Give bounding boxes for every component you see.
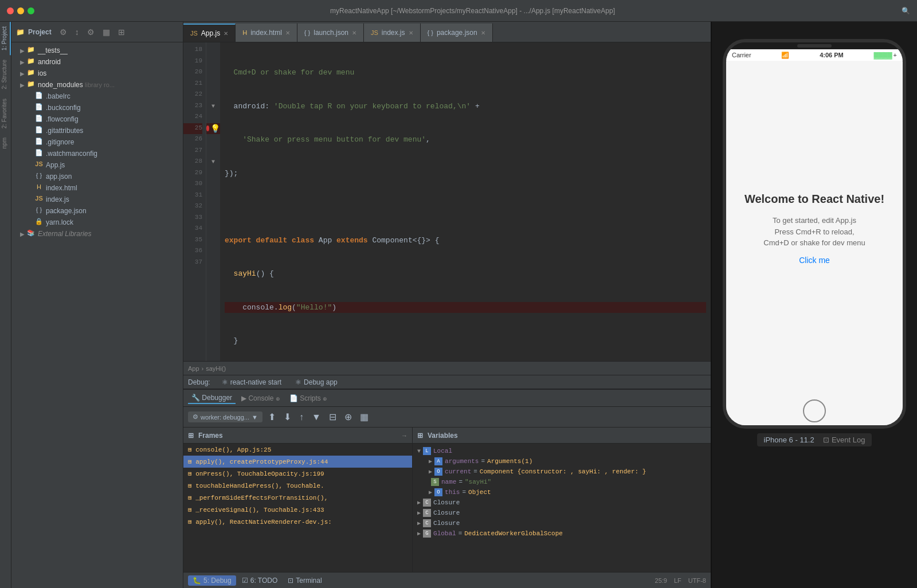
tree-label: package.json bbox=[46, 207, 87, 215]
step-over-btn[interactable]: ⬆ bbox=[266, 409, 278, 425]
home-button[interactable] bbox=[803, 399, 826, 422]
window-controls[interactable] bbox=[7, 7, 34, 14]
frame-item[interactable]: ⊞ console(), App.js:25 bbox=[183, 444, 412, 456]
tab-close-appjs[interactable]: ✕ bbox=[224, 30, 228, 37]
npm-panel-toggle[interactable]: npm bbox=[0, 133, 11, 153]
line-ending: LF bbox=[674, 577, 681, 584]
tree-item-android[interactable]: ▶ 📁 android bbox=[11, 56, 183, 68]
console-tab[interactable]: ▶ Console ⊕ bbox=[238, 393, 284, 403]
var-closure-3[interactable]: ▶ C Closure bbox=[413, 518, 711, 528]
tree-item-node-modules[interactable]: ▶ 📁 node_modules library ro... bbox=[11, 79, 183, 91]
breakpoint-marker[interactable] bbox=[206, 126, 209, 131]
var-item-name[interactable]: S name = "sayHi" bbox=[413, 477, 711, 487]
var-item-current[interactable]: ▶ O current = Component {constructor: , … bbox=[413, 467, 711, 477]
tree-item-appjson[interactable]: { } app.json bbox=[11, 171, 183, 182]
step-out-btn[interactable]: ↑ bbox=[297, 410, 306, 425]
tab-close-indexhtml[interactable]: ✕ bbox=[285, 30, 290, 36]
debugger-tab[interactable]: 🔧 Debugger bbox=[188, 393, 236, 404]
tree-label: App.js bbox=[46, 161, 65, 169]
phone-content: Welcome to React Native! To get started,… bbox=[726, 61, 903, 397]
tree-item-indexjs[interactable]: JS index.js bbox=[11, 194, 183, 205]
favorites-panel-toggle[interactable]: 2: Favorites bbox=[0, 94, 11, 133]
close-button[interactable] bbox=[7, 7, 14, 14]
var-icon-obj: O bbox=[434, 468, 442, 476]
frame-item[interactable]: ⊞ touchableHandlePress(), Touchable. bbox=[183, 480, 412, 492]
debug-panel: 🔧 Debugger ▶ Console ⊕ 📄 Scripts ⊕ ⚙ bbox=[183, 389, 711, 572]
phone-screen: Carrier 📶 4:06 PM ▓▓▓▓ + Welcome to Reac… bbox=[726, 49, 903, 425]
evaluate-btn[interactable]: ▦ bbox=[358, 409, 371, 425]
phone-subtitle-1: To get started, edit App.js bbox=[773, 215, 856, 226]
phone-link[interactable]: Click me bbox=[799, 256, 830, 265]
fold-marker[interactable]: ▼ bbox=[211, 103, 215, 109]
phone-app-title: Welcome to React Native! bbox=[744, 193, 884, 206]
tree-item-appjs[interactable]: JS App.js bbox=[11, 159, 183, 171]
frame-item[interactable]: ⊞ onPress(), TouchableOpacity.js:199 bbox=[183, 468, 412, 480]
tree-item-yarnlock[interactable]: 🔒 yarn.lock bbox=[11, 217, 183, 228]
tree-item-indexhtml[interactable]: H index.html bbox=[11, 182, 183, 194]
tree-item-external-libs[interactable]: ▶ 📚 External Libraries bbox=[11, 228, 183, 240]
tab-indexjs[interactable]: JS index.js ✕ bbox=[364, 23, 421, 42]
scripts-tab[interactable]: 📄 Scripts ⊕ bbox=[286, 393, 331, 403]
tab-close-indexjs[interactable]: ✕ bbox=[409, 30, 413, 36]
frame-item[interactable]: ⊞ _performSideEffectsForTransition(), bbox=[183, 492, 412, 504]
frame-item[interactable]: ⊞ _receiveSignal(), Touchable.js:433 bbox=[183, 504, 412, 516]
worker-selector[interactable]: ⚙ worker: debugg... ▼ bbox=[188, 411, 262, 422]
terminal-tab-btn[interactable]: ⊡ Terminal bbox=[283, 575, 326, 586]
tab-close-packagejson[interactable]: ✕ bbox=[481, 30, 485, 36]
breadcrumb: App › sayHi() bbox=[183, 361, 711, 375]
var-item-this[interactable]: ▶ O this = Object bbox=[413, 487, 711, 497]
tree-item-packagejson[interactable]: { } package.json bbox=[11, 205, 183, 217]
gear-icon[interactable]: ⚙ bbox=[85, 26, 97, 38]
add-breakpoint-btn[interactable]: ⊕ bbox=[342, 409, 354, 425]
tab-close-launchjson[interactable]: ✕ bbox=[352, 30, 356, 36]
debug-app-btn[interactable]: ⚛ Debug app bbox=[291, 377, 342, 387]
var-closure-1[interactable]: ▶ C Closure bbox=[413, 497, 711, 508]
frame-item[interactable]: ⊞ apply(), ReactNativeRenderer-dev.js: bbox=[183, 516, 412, 528]
var-icon-this: O bbox=[434, 488, 442, 496]
structure-panel-toggle[interactable]: 2: Structure bbox=[0, 55, 11, 94]
tab-appjs[interactable]: JS App.js ✕ bbox=[183, 23, 236, 42]
var-global[interactable]: ▶ G Global = DedicatedWorkerGlobalScope bbox=[413, 528, 711, 539]
tab-packagejson[interactable]: { } package.json ✕ bbox=[421, 23, 493, 42]
tree-label: .watchmanconfig bbox=[46, 150, 97, 158]
tree-item-gitignore[interactable]: 📄 .gitignore bbox=[11, 136, 183, 148]
tree-label: app.json bbox=[46, 173, 72, 181]
tree-item-ios[interactable]: ▶ 📁 ios bbox=[11, 68, 183, 79]
bottom-tabs-bar: 🐛 5: Debug ☑ 6: TODO ⊡ Terminal 25:9 LF … bbox=[183, 572, 711, 588]
var-item-arguments[interactable]: ▶ A arguments = Arguments(1) bbox=[413, 456, 711, 467]
expand-icon[interactable]: ⊞ bbox=[116, 26, 127, 38]
tab-icon-js: JS bbox=[190, 30, 198, 37]
tree-item-tests[interactable]: ▶ 📁 __tests__ bbox=[11, 45, 183, 56]
todo-tab-label: 6: TODO bbox=[250, 577, 278, 585]
fold-marker[interactable]: ▼ bbox=[211, 159, 215, 165]
step-into-btn[interactable]: ⬇ bbox=[281, 409, 293, 425]
settings-icon[interactable]: ⚙ bbox=[57, 26, 69, 38]
frame-item-selected[interactable]: ⊞ apply(), createPrototypeProxy.js:44 bbox=[183, 456, 412, 468]
react-native-start-process[interactable]: ⚛ react-native start bbox=[217, 377, 286, 387]
filter-icon[interactable]: ⊟ bbox=[327, 409, 339, 425]
resume-btn[interactable]: ▼ bbox=[309, 410, 323, 425]
tab-indexhtml[interactable]: H index.html ✕ bbox=[236, 23, 297, 42]
search-icon[interactable]: 🔍 bbox=[902, 7, 910, 15]
var-local-header[interactable]: ▼ L Local bbox=[413, 446, 711, 456]
tree-label: .gitattributes bbox=[46, 127, 83, 135]
tree-item-babelrc[interactable]: 📄 .babelrc bbox=[11, 91, 183, 102]
worker-dropdown-icon: ▼ bbox=[252, 414, 258, 421]
tab-bar: JS App.js ✕ H index.html ✕ { } launch.js… bbox=[183, 22, 711, 42]
minimize-button[interactable] bbox=[17, 7, 24, 14]
tab-launchjson[interactable]: { } launch.json ✕ bbox=[297, 23, 364, 42]
sort-icon[interactable]: ↕ bbox=[73, 26, 81, 38]
event-log-btn[interactable]: ⊡ Event Log bbox=[823, 436, 865, 444]
tree-item-buckconfig[interactable]: 📄 .buckconfig bbox=[11, 102, 183, 113]
tree-item-flowconfig[interactable]: 📄 .flowconfig bbox=[11, 113, 183, 125]
filter-icon[interactable]: ▦ bbox=[100, 26, 112, 38]
tree-item-gitattributes[interactable]: 📄 .gitattributes bbox=[11, 125, 183, 136]
todo-tab-btn[interactable]: ☑ 6: TODO bbox=[237, 575, 283, 586]
debug-tab-btn[interactable]: 🐛 5: Debug bbox=[188, 575, 236, 586]
project-panel-toggle[interactable]: 1: Project bbox=[0, 22, 11, 55]
tree-item-watchmanconfig[interactable]: 📄 .watchmanconfig bbox=[11, 148, 183, 159]
code-content[interactable]: Cmd+D or shake for dev menu android: 'Do… bbox=[220, 42, 711, 361]
maximize-button[interactable] bbox=[28, 7, 34, 14]
code-editor[interactable]: 18 19 20 21 22 23 24 25 26 27 28 29 30 3… bbox=[183, 42, 711, 361]
var-closure-2[interactable]: ▶ C Closure bbox=[413, 508, 711, 518]
